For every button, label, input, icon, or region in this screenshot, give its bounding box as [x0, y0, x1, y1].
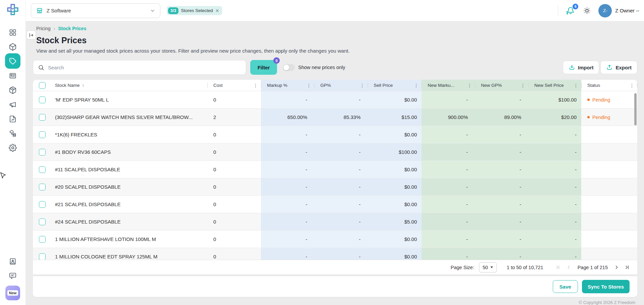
column-menu-icon[interactable]: ⋮ [574, 83, 581, 88]
stores-selected-badge[interactable]: 3/3 Stores Selected ✕ [167, 6, 222, 15]
cell-sell: $0.00 [368, 231, 422, 248]
column-label: Markup % [267, 83, 287, 88]
sidebar-item-inventory[interactable] [5, 83, 20, 97]
row-checkbox[interactable] [39, 184, 46, 190]
row-checkbox[interactable] [39, 97, 46, 103]
vertical-scrollbar[interactable] [634, 93, 637, 125]
cell-new_markup: - [422, 178, 475, 195]
row-checkbox[interactable] [39, 131, 46, 138]
cell-new_gp: - [475, 213, 528, 230]
row-checkbox[interactable] [39, 201, 46, 208]
column-header-markup[interactable]: Markup %⋮ [261, 80, 314, 91]
prev-page-button[interactable] [566, 264, 572, 270]
whats-new-button[interactable]: New [5, 286, 20, 300]
cell-gp: 85.33% [314, 109, 368, 126]
save-button[interactable]: Save [553, 280, 578, 293]
column-menu-icon[interactable]: ⋮ [630, 83, 637, 88]
sidebar-expand-button[interactable] [26, 30, 36, 40]
show-new-prices-toggle[interactable] [283, 64, 295, 71]
sidebar-item-pricing[interactable] [5, 53, 20, 69]
table-row: *1K(6) FRECKLES0--$0.00--- [33, 126, 637, 143]
copyright-text: © Copyright 2026 Z Freedom [33, 297, 637, 305]
sidebar-item-marketing[interactable] [5, 97, 20, 112]
cell-name: #11 SCALPEL DISPOSABLE [52, 161, 207, 178]
app-selector-dropdown[interactable]: Z Software [31, 3, 160, 18]
cell-markup: - [261, 248, 314, 260]
column-menu-icon[interactable]: ⋮ [414, 83, 422, 88]
toggle-label: Show new prices only [298, 65, 345, 70]
row-checkbox[interactable] [39, 219, 46, 225]
next-page-button[interactable] [614, 264, 620, 270]
column-menu-icon[interactable]: ⋮ [253, 83, 261, 88]
cell-status: Pending [581, 91, 637, 108]
select-arrow-icon [490, 266, 493, 268]
import-icon [569, 64, 575, 71]
column-header-status[interactable]: Status⋮ [581, 80, 637, 91]
cell-markup: - [261, 126, 314, 143]
cell-name: #21 SCALPEL DISPOSABLE [52, 196, 207, 213]
column-menu-icon[interactable]: ⋮ [467, 83, 475, 88]
import-button[interactable]: Import [563, 61, 599, 74]
last-page-button[interactable] [624, 264, 630, 270]
column-menu-icon[interactable]: ⋮ [521, 83, 528, 88]
table-body: 'M' EDP SPRAY 50ML L0--$0.00--$100.00Pen… [33, 91, 637, 260]
cell-new_gp: - [475, 126, 528, 143]
column-header-new_sell[interactable]: New Sell Price⋮ [528, 80, 581, 91]
cell-sell: $100.00 [368, 143, 422, 161]
row-checkbox[interactable] [39, 253, 46, 260]
search-input[interactable] [48, 65, 241, 70]
table-header-row: Stock Name↑Cost⋮Markup %⋮GP%⋮Sell Price⋮… [33, 80, 637, 91]
cell-new_markup: - [422, 196, 475, 213]
column-header-name[interactable]: Stock Name↑ [52, 80, 207, 91]
column-label: GP% [320, 83, 331, 88]
row-checkbox[interactable] [39, 166, 46, 173]
cell-new_sell: $20.00 [528, 109, 581, 126]
status-dot [587, 99, 590, 101]
sync-to-stores-button[interactable]: Sync To Stores [582, 280, 630, 293]
cell-cost: 0 [207, 126, 261, 143]
breadcrumb-pricing[interactable]: Pricing [36, 26, 51, 31]
column-menu-icon[interactable]: ⋮ [307, 83, 314, 88]
column-header-gp[interactable]: GP%⋮ [314, 80, 368, 91]
select-all-checkbox[interactable] [39, 82, 46, 89]
export-icon [606, 64, 613, 71]
first-page-button[interactable] [555, 264, 561, 270]
column-header-new_markup[interactable]: New Marku...⋮ [422, 80, 475, 91]
breadcrumb-stock-prices[interactable]: Stock Prices [58, 26, 86, 31]
sidebar-item-settings[interactable] [5, 140, 20, 155]
column-header-cost[interactable]: Cost⋮ [207, 80, 261, 91]
cell-new_markup: - [422, 213, 475, 230]
row-checkbox[interactable] [39, 114, 46, 121]
sidebar-item-dashboard[interactable] [5, 25, 20, 40]
cell-cost: 0 [207, 91, 261, 108]
sort-ascending-icon: ↑ [82, 83, 85, 88]
row-checkbox[interactable] [39, 236, 46, 243]
row-checkbox[interactable] [39, 149, 46, 156]
notifications-button[interactable]: 6 [566, 6, 576, 16]
sidebar-item-messages[interactable] [5, 268, 20, 283]
cell-gp: - [314, 178, 368, 195]
column-header-sell[interactable]: Sell Price⋮ [368, 80, 422, 91]
sidebar-item-hierarchy[interactable] [5, 126, 20, 140]
sidebar-item-contacts[interactable] [5, 254, 20, 268]
export-button[interactable]: Export [600, 61, 637, 74]
table-row: #21 SCALPEL DISPOSABLE0--$0.00--- [33, 196, 637, 213]
cell-new_gp: - [475, 231, 528, 248]
cell-sell: $15.00 [368, 109, 422, 126]
cell-status [581, 196, 637, 213]
sidebar-item-products[interactable] [5, 40, 20, 54]
page-size-select[interactable]: 50 [479, 262, 497, 272]
clear-stores-icon[interactable]: ✕ [215, 8, 219, 13]
cell-new_markup: 900.00% [422, 109, 475, 126]
sidebar-item-register[interactable] [5, 68, 20, 83]
page-info-label: Page 1 of 215 [578, 265, 608, 270]
user-avatar[interactable]: Z- [598, 4, 612, 17]
filter-button[interactable]: Filter 0 [250, 60, 277, 75]
cell-new_gp: 89.00% [475, 109, 528, 126]
table-row: 1 MILLION AFTERSHAVE LOTION 100ML M0--$0… [33, 231, 637, 248]
sidebar-item-reports[interactable] [5, 112, 20, 126]
theme-toggle-button[interactable] [583, 7, 591, 15]
app-logo-icon[interactable] [6, 3, 19, 18]
column-menu-icon[interactable]: ⋮ [360, 83, 368, 88]
column-header-new_gp[interactable]: New GP%⋮ [475, 80, 528, 91]
